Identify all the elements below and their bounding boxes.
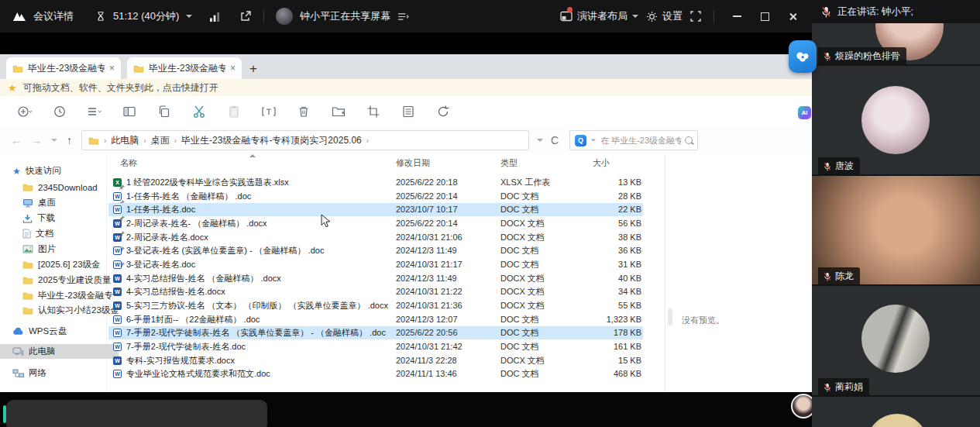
recent-button[interactable] — [52, 104, 67, 119]
folder-icon — [22, 291, 33, 300]
table-row[interactable]: 7-手册2-现代学徒制表-姓名.doc2024/10/31 21:42 DOC … — [108, 340, 643, 353]
close-button[interactable] — [782, 9, 803, 24]
history-caret-icon[interactable] — [51, 139, 57, 142]
share-screen-icon[interactable] — [239, 10, 252, 22]
meeting-details-button[interactable]: 会议详情 — [33, 9, 74, 23]
breadcrumb-this-pc[interactable]: 此电脑 — [111, 134, 139, 147]
forward-button[interactable]: → — [31, 134, 42, 146]
properties-button[interactable] — [401, 104, 416, 119]
view-options-button[interactable] — [87, 104, 102, 119]
preview-placeholder: 没有预览。 — [682, 315, 775, 326]
folder-icon — [22, 306, 33, 315]
select-button[interactable] — [366, 104, 381, 119]
doc-file-icon — [113, 370, 122, 378]
breadcrumb[interactable]: › 此电脑 › 桌面 › 毕业生-23级金融专科-专科顶岗实习2025.06 › — [81, 130, 529, 150]
folder-icon — [22, 183, 33, 191]
search-icon[interactable] — [685, 136, 693, 144]
layout-button[interactable]: 演讲者布局 — [560, 9, 638, 23]
mic-muted-icon — [824, 52, 831, 61]
settings-button[interactable]: 设置 — [646, 9, 683, 23]
ai-assistant-badge[interactable]: AI — [798, 106, 811, 119]
address-caret-icon[interactable] — [537, 139, 543, 142]
refresh-address-icon[interactable]: C — [551, 134, 559, 146]
table-row[interactable]: 1 经管2022级专科毕业综合实践选题表.xlsx2025/6/22 20:18… — [108, 176, 643, 189]
screen: 会议详情 51:12 (40分钟) 钟小平正在共享屏幕 演讲者布局 设 — [0, 0, 980, 427]
folder-icon — [12, 64, 23, 73]
fullscreen-icon[interactable] — [690, 11, 701, 22]
explorer-tab-2[interactable]: 毕业生-23级金融专 × — [127, 57, 242, 79]
paste-button[interactable] — [226, 104, 242, 119]
mic-muted-icon — [821, 6, 831, 18]
copy-button[interactable] — [156, 104, 172, 119]
doc-file-icon — [113, 315, 122, 324]
table-row[interactable]: 2-周记录表-姓名- （金融样稿） .docx2025/6/22 20:14 D… — [108, 217, 643, 230]
table-row-highlighted[interactable]: 1-任务书-姓名.doc2023/10/7 10:17 DOC 文档22 KB — [108, 203, 643, 216]
table-row[interactable]: 1-任务书-姓名 （金融样稿） .doc2025/6/22 20:14 DOC … — [108, 190, 643, 203]
network-icon — [12, 369, 24, 378]
timer-caret-icon — [186, 15, 192, 18]
preview-divider[interactable] — [665, 153, 665, 392]
table-row[interactable]: 2-周记录表-姓名.docx2024/10/31 21:06 DOCX 文档38… — [108, 231, 643, 244]
meeting-timer[interactable]: 51:12 (40分钟) — [113, 9, 179, 23]
table-row[interactable]: 3-登记表-姓名 (实践单位要盖章) - （金融样稿） .doc2024/12/… — [108, 244, 643, 257]
table-row[interactable]: 6-手册1封面-- （22金融样稿） .doc2024/12/3 12:07 D… — [108, 313, 643, 326]
cloud-icon — [12, 327, 24, 336]
new-tab-button[interactable]: + — [249, 61, 257, 79]
sidebar-item-wps-cloud[interactable]: WPS云盘 — [0, 324, 119, 339]
desktop-icon — [22, 198, 33, 208]
table-row[interactable]: 专业毕业论文格式规范要求和范文.doc2024/11/1 13:46 DOC 文… — [108, 367, 643, 381]
doc-file-icon — [113, 192, 122, 201]
sidebar-item-this-pc[interactable]: 此电脑 — [0, 344, 119, 359]
new-folder-button[interactable] — [331, 104, 346, 119]
explorer-tab-1[interactable]: 毕业生-23级金融专 × — [6, 57, 121, 79]
column-header-size[interactable]: 大小 — [593, 157, 610, 169]
folder-icon — [22, 276, 33, 284]
layout-icon — [560, 11, 573, 22]
new-item-button[interactable] — [17, 104, 33, 119]
table-row-selected[interactable]: 7-手册2-现代学徒制表-姓名 （实践单位要盖章） - （金融样稿） .doc2… — [108, 326, 643, 339]
participant-tile[interactable] — [812, 397, 980, 427]
table-row[interactable]: 3-登记表-姓名.doc2024/10/31 21:17 DOC 文档31 KB — [108, 258, 643, 271]
tab-close-icon[interactable]: × — [230, 64, 236, 73]
up-button[interactable]: ↑ — [67, 134, 72, 146]
maximize-button[interactable] — [755, 9, 775, 24]
table-row[interactable]: 4-实习总结报告-姓名 （金融样稿） .docx2024/12/3 11:49 … — [108, 272, 643, 285]
baidu-netdisk-icon[interactable] — [789, 40, 817, 73]
accent-marker — [3, 405, 6, 423]
download-icon — [22, 214, 33, 223]
doc-file-icon — [113, 329, 122, 337]
sidebar-item-quick-access[interactable]: ★ 快速访问 — [0, 164, 119, 178]
tab-close-icon[interactable]: × — [109, 64, 115, 73]
scrollbar-thumb[interactable] — [668, 308, 672, 325]
rename-button[interactable] — [261, 104, 277, 119]
search-input[interactable]: Q 在 毕业生-23级金融专... — [569, 130, 698, 150]
breadcrumb-folder[interactable]: 毕业生-23级金融专科-专科顶岗实习2025.06 — [181, 134, 362, 147]
table-row[interactable]: 4-实习总结报告-姓名.docx2024/10/31 21:22 DOCX 文档… — [108, 285, 643, 298]
table-row[interactable]: 专科-实习报告规范要求.docx2024/11/3 22:28 DOCX 文档1… — [108, 354, 643, 367]
docx-file-icon — [113, 274, 122, 283]
column-header-name[interactable]: 名称 — [120, 157, 137, 169]
sidebar-item-network[interactable]: 网络 — [0, 366, 119, 381]
folder-icon — [133, 64, 144, 73]
minimize-button[interactable] — [727, 9, 747, 24]
refresh-button[interactable] — [435, 104, 451, 119]
taskbar-popup[interactable] — [6, 400, 267, 427]
table-row[interactable]: 5-实习三方协议-姓名 （文本） （印制版） （实践单位要盖章） .docx20… — [108, 299, 643, 312]
explorer-toolbar — [0, 96, 829, 128]
avatar — [866, 414, 928, 427]
cut-button[interactable] — [191, 104, 207, 119]
doc-file-icon — [113, 246, 122, 255]
breadcrumb-desktop[interactable]: 桌面 — [151, 134, 170, 147]
back-button[interactable]: ← — [11, 134, 22, 146]
quick-open-hint-bar[interactable]: ★ 可拖动文档、软件、文件夹到此，点击快捷打开 — [0, 79, 812, 97]
switch-list-icon[interactable] — [397, 12, 409, 21]
star-icon: ★ — [8, 82, 17, 94]
column-header-date[interactable]: 修改日期 — [396, 157, 430, 169]
delete-button[interactable] — [296, 104, 311, 119]
search-engine-icon[interactable]: Q — [575, 135, 586, 146]
meeting-top-bar: 会议详情 51:12 (40分钟) 钟小平正在共享屏幕 演讲者布局 设 — [0, 0, 812, 33]
doc-file-icon — [113, 205, 122, 214]
column-header-type[interactable]: 类型 — [500, 157, 518, 169]
network-signal-icon[interactable] — [209, 12, 221, 22]
dual-pane-button[interactable] — [122, 104, 137, 119]
